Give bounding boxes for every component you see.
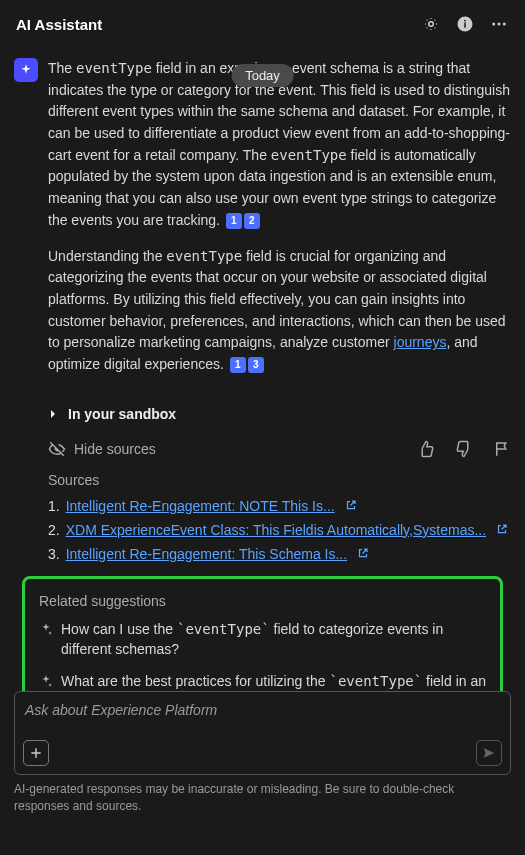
suggestion-item[interactable]: How can I use the `eventType` field to c…: [39, 619, 486, 660]
content-area: Today The eventType field in an experien…: [0, 48, 525, 706]
svg-point-5: [498, 23, 501, 26]
ref-badge[interactable]: 1: [230, 357, 246, 373]
input-area: Ask about Experience Platform AI-generat…: [14, 691, 511, 815]
header-actions: [421, 14, 509, 34]
source-item: 2. XDM ExperienceEvent Class: This Field…: [48, 522, 511, 538]
chevron-right-icon: [48, 409, 58, 419]
external-link-icon[interactable]: [357, 546, 369, 562]
svg-point-0: [429, 22, 434, 27]
svg-point-4: [492, 23, 495, 26]
external-link-icon[interactable]: [496, 522, 508, 538]
add-button[interactable]: [23, 740, 49, 766]
source-item: 1. Intelligent Re-Engagement: NOTE This …: [48, 498, 511, 514]
related-suggestions: Related suggestions How can I use the `e…: [22, 576, 503, 706]
ref-badge[interactable]: 3: [248, 357, 264, 373]
send-icon: [482, 746, 496, 760]
thumbs-up-icon[interactable]: [417, 440, 435, 458]
flag-icon[interactable]: [493, 440, 511, 458]
date-chip: Today: [231, 64, 294, 87]
svg-point-6: [503, 23, 506, 26]
info-icon[interactable]: [455, 14, 475, 34]
send-button[interactable]: [476, 740, 502, 766]
source-link[interactable]: Intelligent Re-Engagement: NOTE This Is.…: [66, 498, 335, 514]
journeys-link[interactable]: journeys: [394, 334, 447, 350]
sources-block: Sources 1. Intelligent Re-Engagement: NO…: [48, 472, 511, 562]
ref-badge[interactable]: 2: [244, 213, 260, 229]
source-item: 3. Intelligent Re-Engagement: This Schem…: [48, 546, 511, 562]
sparkle-icon: [39, 622, 53, 636]
disclaimer-text: AI-generated responses may be inaccurate…: [14, 781, 511, 815]
action-row: Hide sources: [14, 432, 511, 472]
plus-icon: [29, 746, 43, 760]
input-placeholder: Ask about Experience Platform: [25, 702, 500, 718]
source-link[interactable]: Intelligent Re-Engagement: This Schema I…: [66, 546, 347, 562]
eye-off-icon: [48, 440, 66, 458]
feedback-actions: [417, 440, 511, 458]
svg-rect-2: [464, 23, 466, 28]
header: AI Assistant: [0, 0, 525, 48]
more-icon[interactable]: [489, 14, 509, 34]
input-controls: [23, 740, 502, 766]
chat-input[interactable]: Ask about Experience Platform: [14, 691, 511, 775]
external-link-icon[interactable]: [345, 498, 357, 514]
message-paragraph-2: Understanding the eventType field is cru…: [48, 246, 511, 376]
assistant-avatar: [14, 58, 38, 82]
lightbulb-icon[interactable]: [421, 14, 441, 34]
hide-sources-label: Hide sources: [74, 441, 156, 457]
sources-title: Sources: [48, 472, 511, 488]
sandbox-expander[interactable]: In your sandbox: [48, 396, 511, 432]
hide-sources-button[interactable]: Hide sources: [48, 440, 156, 458]
ref-badge[interactable]: 1: [226, 213, 242, 229]
expander-label: In your sandbox: [68, 406, 176, 422]
assistant-message: The eventType field in an experience eve…: [14, 58, 511, 390]
related-title: Related suggestions: [39, 593, 486, 609]
svg-point-3: [464, 20, 466, 22]
message-body: The eventType field in an experience eve…: [48, 58, 511, 390]
sparkle-icon: [39, 674, 53, 688]
thumbs-down-icon[interactable]: [455, 440, 473, 458]
header-title: AI Assistant: [16, 16, 102, 33]
source-link[interactable]: XDM ExperienceEvent Class: This Fieldis …: [66, 522, 486, 538]
